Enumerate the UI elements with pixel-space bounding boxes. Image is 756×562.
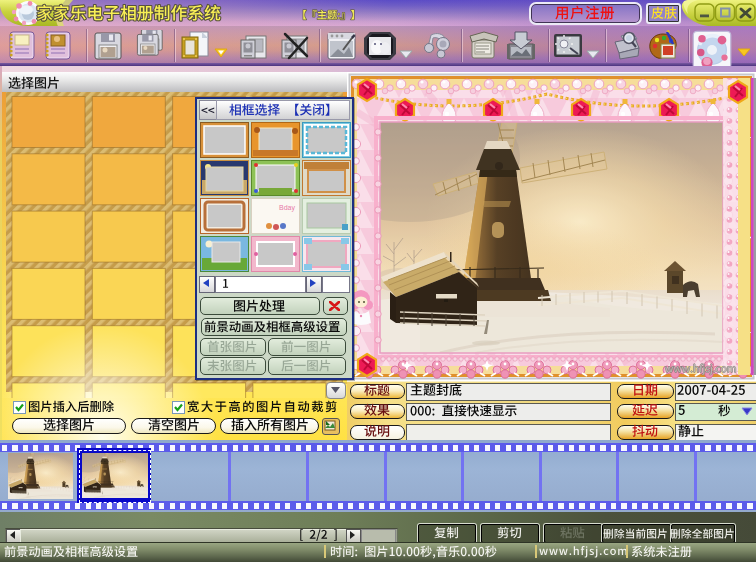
svg-text:Bday: Bday [279,204,295,212]
